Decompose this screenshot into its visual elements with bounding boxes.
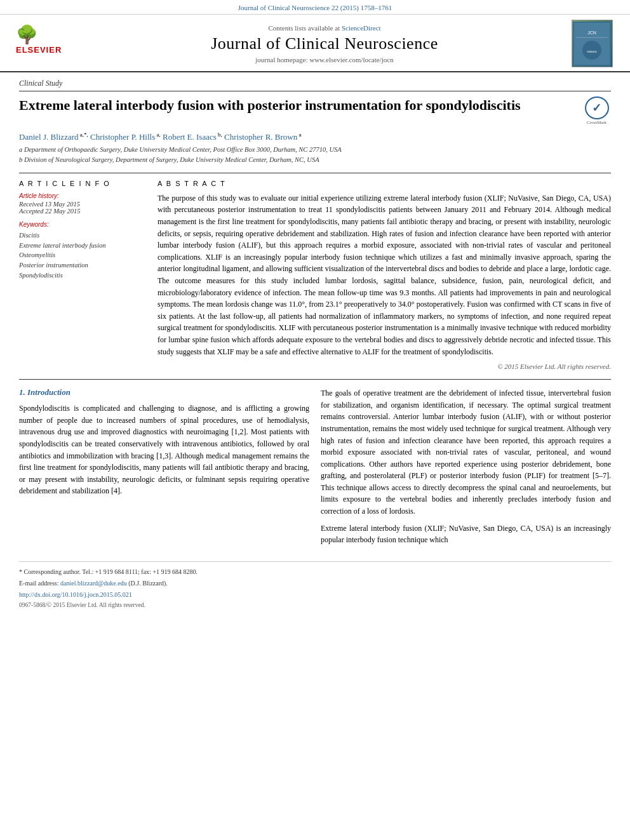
keyword-3: Osteomyelitis — [19, 250, 146, 260]
author-sup-3: b, — [217, 131, 222, 138]
intro-paragraph-1: Spondylodiscitis is complicated and chal… — [19, 403, 309, 497]
author-brown[interactable]: Christopher R. Brown — [224, 132, 297, 142]
email-person: (D.J. Blizzard). — [128, 580, 168, 587]
accepted-date: Accepted 22 May 2015 — [19, 208, 146, 215]
crossmark-badge: ✓ CrossMark — [582, 97, 611, 125]
abstract-column: A B S T R A C T The purpose of this stud… — [158, 180, 611, 370]
article-type: Clinical Study — [19, 79, 611, 91]
elsevier-logo-left: 🌳 ELSEVIER — [13, 26, 83, 61]
section-label: Introduction — [27, 387, 70, 397]
intro-paragraph-2: The goals of operative treatment are the… — [321, 387, 611, 517]
author-email-link[interactable]: daniel.blizzard@duke.edu — [60, 580, 127, 587]
keyword-5: Spondylodiscitis — [19, 270, 146, 281]
journal-ref-text: Journal of Clinical Neuroscience 22 (201… — [238, 4, 392, 11]
main-content: Clinical Study Extreme lateral interbody… — [0, 72, 630, 621]
journal-homepage: journal homepage: www.elsevier.com/locat… — [83, 56, 566, 63]
keywords-title: Keywords: — [19, 221, 146, 228]
journal-thumbnail: JCN neuro — [572, 20, 613, 67]
copyright-line: © 2015 Elsevier Ltd. All rights reserved… — [158, 363, 611, 370]
journal-cover-image: JCN neuro — [566, 20, 617, 67]
doi-line: http://dx.doi.org/10.1016/j.jocn.2015.05… — [19, 590, 611, 599]
author-blizzard[interactable]: Daniel J. Blizzard — [19, 132, 79, 142]
email-label: E-mail address: — [19, 580, 58, 587]
svg-text:neuro: neuro — [587, 50, 597, 53]
affiliation-b: b Division of Neurological Surgery, Depa… — [19, 155, 611, 165]
author-isaacs[interactable]: Robert E. Isaacs — [163, 132, 217, 142]
sciencedirect-line: Contents lists available at ScienceDirec… — [83, 24, 566, 32]
crossmark-label: CrossMark — [587, 120, 607, 125]
keyword-1: Discitis — [19, 230, 146, 241]
journal-header: 🌳 ELSEVIER Contents lists available at S… — [0, 15, 630, 72]
corresponding-author-note: * Corresponding author. Tel.: +1 919 684… — [19, 567, 611, 577]
svg-text:JCN: JCN — [587, 30, 596, 35]
body-two-col: 1. Introduction Spondylodiscitis is comp… — [19, 387, 611, 551]
page-wrapper: Journal of Clinical Neuroscience 22 (201… — [0, 0, 630, 621]
article-title-section: Extreme lateral interbody fusion with po… — [19, 97, 611, 125]
doi-link[interactable]: http://dx.doi.org/10.1016/j.jocn.2015.05… — [19, 591, 132, 598]
crossmark-icon: ✓ — [585, 97, 609, 119]
intro-paragraph-3: Extreme lateral interbody fusion (XLIF; … — [321, 523, 611, 546]
body-col-right: The goals of operative treatment are the… — [321, 387, 611, 551]
article-history: Article history: Received 13 May 2015 Ac… — [19, 192, 146, 215]
article-info-title: A R T I C L E I N F O — [19, 180, 146, 187]
journal-header-center: Contents lists available at ScienceDirec… — [83, 24, 566, 63]
journal-reference: Journal of Clinical Neuroscience 22 (201… — [0, 0, 630, 15]
sciencedirect-link[interactable]: ScienceDirect — [342, 24, 381, 32]
elsevier-tree-icon: 🌳 — [16, 26, 79, 44]
authors-line: Daniel J. Blizzard a,*, Christopher P. H… — [19, 131, 611, 142]
history-label: Article history: — [19, 192, 146, 199]
received-date: Received 13 May 2015 — [19, 201, 146, 208]
article-info-abstract: A R T I C L E I N F O Article history: R… — [19, 173, 611, 370]
body-col-left: 1. Introduction Spondylodiscitis is comp… — [19, 387, 309, 551]
sciencedirect-prefix: Contents lists available at — [268, 24, 340, 32]
keyword-2: Extreme lateral interbody fusion — [19, 241, 146, 251]
author-sup-1: a,*, — [79, 131, 88, 138]
abstract-title: A B S T R A C T — [158, 180, 611, 187]
elsevier-logo: 🌳 ELSEVIER — [16, 26, 79, 61]
email-note: E-mail address: daniel.blizzard@duke.edu… — [19, 578, 611, 588]
author-sup-2: a, — [155, 131, 161, 138]
keyword-4: Posterior instrumentation — [19, 260, 146, 270]
section-number: 1. — [19, 387, 25, 397]
intro-section-title: 1. Introduction — [19, 387, 309, 397]
homepage-text: journal homepage: www.elsevier.com/locat… — [255, 56, 393, 63]
affiliations: a Department of Orthopaedic Surgery, Duk… — [19, 145, 611, 165]
article-info-column: A R T I C L E I N F O Article history: R… — [19, 180, 146, 370]
elsevier-brand-text: ELSEVIER — [16, 45, 79, 55]
affiliation-a: a Department of Orthopaedic Surgery, Duk… — [19, 145, 611, 155]
body-section: 1. Introduction Spondylodiscitis is comp… — [19, 379, 611, 551]
keywords-section: Keywords: Discitis Extreme lateral inter… — [19, 221, 146, 281]
footer-issn: 0967-5868/© 2015 Elsevier Ltd. All right… — [19, 602, 611, 608]
article-title: Extreme lateral interbody fusion with po… — [19, 97, 582, 115]
footer-section: * Corresponding author. Tel.: +1 919 684… — [19, 561, 611, 608]
author-sup-4: a — [297, 131, 301, 138]
abstract-text: The purpose of this study was to evaluat… — [158, 192, 611, 357]
journal-title: Journal of Clinical Neuroscience — [83, 34, 566, 53]
author-hills[interactable]: Christopher P. Hills — [90, 132, 155, 142]
